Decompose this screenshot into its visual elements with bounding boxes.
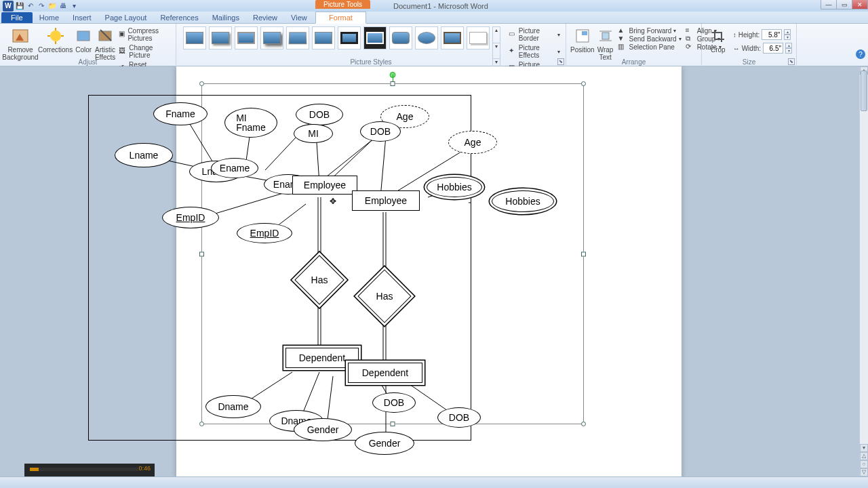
style-thumb[interactable] [415,26,438,49]
ribbon: Remove Background Corrections Color Arti… [0,24,868,66]
height-spinner[interactable]: ▴▾ [784,29,791,40]
minimize-button[interactable]: — [821,0,837,9]
context-tab-header: Picture Tools [315,0,370,12]
resize-handle-n[interactable] [391,81,395,86]
style-thumb[interactable] [441,26,464,49]
change-icon: 🖼 [119,47,127,56]
crop-icon [709,26,728,45]
tab-format[interactable]: Format [315,12,366,24]
svg-rect-10 [582,31,587,35]
style-thumb[interactable] [363,26,387,49]
er-attr-gender2: Gender [355,432,414,455]
quick-access-toolbar: W 💾 ↶ ↷ 📁 🖶 ▾ [0,1,79,12]
picture-border-button[interactable]: ▭Picture Border▾ [507,26,561,43]
style-thumb[interactable] [338,26,361,49]
style-thumb[interactable] [312,26,335,49]
gallery-up-icon[interactable]: ▴ [493,27,500,43]
position-button[interactable]: Position [570,25,595,61]
compress-pictures-button[interactable]: ▣Compress Pictures [117,26,172,43]
bring-forward-button[interactable]: ▲Bring Forward▾ [616,26,683,35]
scroll-thumb[interactable] [861,70,867,111]
artistic-icon [96,26,115,45]
qat-dropdown-icon[interactable]: ▾ [69,1,79,11]
window-buttons: — ▭ ✕ [821,0,868,9]
help-icon[interactable]: ? [856,49,865,59]
crop-button[interactable]: Crop [706,25,730,54]
prev-page-icon[interactable]: △ [860,452,868,460]
selection-pane-button[interactable]: ▥Selection Pane [616,43,683,51]
resize-handle-se[interactable] [581,422,586,426]
close-button[interactable]: ✕ [852,0,868,9]
resize-handle-ne[interactable] [581,81,586,86]
height-input[interactable] [762,29,782,40]
style-thumb[interactable] [467,26,490,49]
dialog-launcher-size[interactable]: ⬊ [788,58,795,65]
scroll-down-icon[interactable]: ▾ [860,444,868,452]
save-icon[interactable]: 💾 [15,1,24,11]
er-attr-dob2: DOB [360,121,401,142]
svg-point-1 [50,30,61,41]
group-size: Crop ↕ Height: ▴▾ ↔ Width: ▴▾ Size ⬊ [702,24,797,66]
er-entity-employee2: Employee [352,190,420,211]
tab-insert[interactable]: Insert [66,12,98,23]
chevron-down-icon: ▾ [557,32,560,38]
er-attr-hobbies2: Hobbies [492,190,554,212]
resize-handle-e[interactable] [581,251,586,256]
open-icon[interactable]: 📁 [47,1,57,11]
width-field: ↔ Width: ▴▾ [733,43,792,54]
group-label-adjust: Adjust [0,58,176,66]
er-attr-hobbies: Hobbies [427,177,482,197]
style-thumb[interactable] [235,26,258,49]
er-entity-employee: Employee [292,176,357,195]
undo-icon[interactable]: ↶ [26,1,35,11]
style-thumb[interactable] [389,26,412,49]
style-thumb[interactable] [209,26,232,49]
width-spinner[interactable]: ▴▾ [785,43,792,54]
print-icon[interactable]: 🖶 [58,1,68,11]
er-attr-dob4: DOB [437,407,481,428]
corrections-icon [46,26,65,45]
picture-effects-button[interactable]: ✦Picture Effects▾ [507,43,561,60]
group-label-arrange: Arrange [566,58,701,66]
er-attr-lname: Lname [115,143,173,167]
tab-review[interactable]: Review [246,12,284,23]
chevron-down-icon: ▾ [679,36,682,42]
resize-handle-nw[interactable] [199,81,204,86]
svg-rect-11 [602,33,609,39]
tab-page-layout[interactable]: Page Layout [98,12,154,23]
group-label-styles: Picture Styles [176,58,566,66]
restore-button[interactable]: ▭ [836,0,852,9]
width-input[interactable] [763,43,783,54]
align-icon: ≡ [686,26,695,35]
tab-view[interactable]: View [284,12,314,23]
chevron-down-icon: ▾ [557,49,560,55]
width-icon: ↔ [733,45,740,52]
send-backward-button[interactable]: ▼Send Backward▾ [616,35,683,43]
tab-home[interactable]: Home [33,12,66,23]
er-entity-dependent2: Dependent [348,363,422,383]
style-thumb[interactable] [260,26,283,49]
er-attr-mi-fname: MI Fname [224,108,277,138]
tab-mailings[interactable]: Mailings [205,12,246,23]
style-thumb[interactable] [183,26,206,49]
group-adjust: Remove Background Corrections Color Arti… [0,24,176,66]
context-tab-title: Picture Tools [315,0,370,9]
style-thumb[interactable] [286,26,309,49]
media-time: 0:46 [138,465,151,472]
tab-references[interactable]: References [153,12,205,23]
vertical-scrollbar[interactable]: ▴ ▾ △ ○ ▽ [859,66,868,476]
next-page-icon[interactable]: ▽ [860,468,868,476]
tab-file[interactable]: File [1,12,33,23]
er-attr-empid2: EmpID [237,223,292,243]
gallery-down-icon[interactable]: ▾ [493,43,500,60]
browse-obj-icon[interactable]: ○ [860,460,868,468]
media-progress[interactable] [30,468,138,471]
rotate-icon: ⟳ [686,43,695,51]
redo-icon[interactable]: ↷ [37,1,46,11]
wrap-text-button[interactable]: Wrap Text [596,25,615,61]
remove-bg-icon [11,26,30,45]
word-icon: W [3,1,14,12]
dialog-launcher-styles[interactable]: ⬊ [557,58,564,65]
svg-line-25 [380,136,386,197]
change-picture-button[interactable]: 🖼Change Picture [117,43,172,60]
